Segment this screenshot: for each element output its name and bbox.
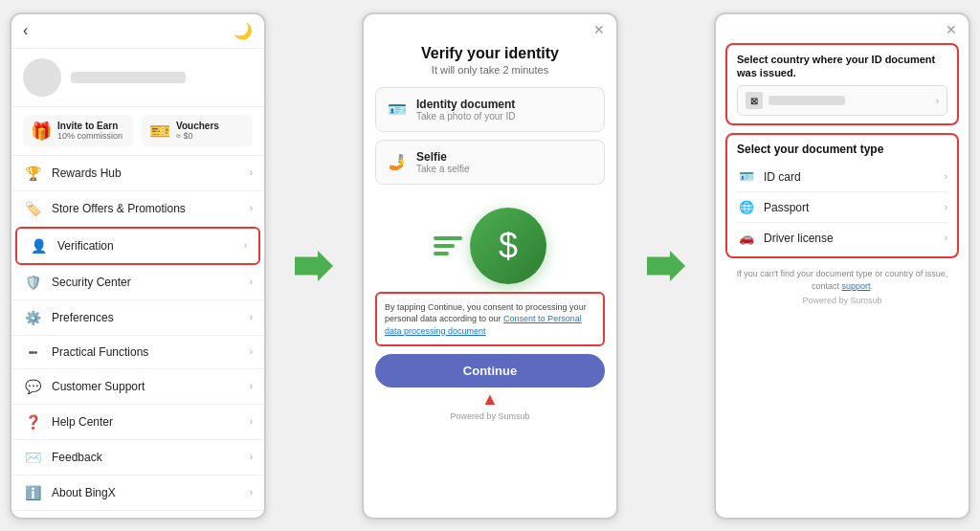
chevron-right-icon: › [945, 171, 947, 182]
doc-item-passport[interactable]: 🌐 Passport › [737, 192, 947, 223]
rewards-row: 🎁 Invite to Earn 10% commission 🎫 Vouche… [11, 107, 264, 156]
practical-functions-label: Practical Functions [52, 345, 250, 359]
chevron-icon: › [250, 381, 253, 391]
svg-marker-1 [647, 251, 685, 281]
consent-box: By tapping Continue, you consent to proc… [375, 292, 605, 347]
sidebar-item-help-center[interactable]: ❓ Help Center › [11, 405, 264, 440]
preferences-label: Preferences [52, 311, 250, 324]
flag-icon: ⊠ [746, 92, 763, 109]
close-button[interactable]: ✕ [364, 14, 616, 37]
speed-line-2 [434, 244, 455, 248]
panel-verify-identity: ✕ Verify your identity It will only take… [362, 12, 618, 520]
verify-subtitle: It will only take 2 minutes [364, 64, 616, 87]
chevron-icon: › [250, 277, 253, 287]
passport-label: Passport [764, 201, 945, 214]
red-arrow-indicator: ▲ [364, 389, 616, 409]
chevron-icon: › [250, 346, 253, 357]
profile-row [11, 49, 264, 107]
doctype-select-section: Select your document type 🪪 ID card › 🌐 … [725, 133, 959, 258]
sidebar-item-security-center[interactable]: 🛡️ Security Center › [11, 265, 264, 300]
doc-item-id-card[interactable]: 🪪 ID card › [737, 162, 947, 192]
support-link[interactable]: support [841, 281, 870, 291]
preferences-icon: ⚙️ [23, 310, 42, 325]
sidebar-item-verification[interactable]: 👤 Verification › [15, 227, 260, 265]
chevron-icon: › [250, 167, 253, 178]
sidebar-item-rewards-hub[interactable]: 🏆 Rewards Hub › [11, 156, 264, 191]
rewards-hub-label: Rewards Hub [52, 166, 250, 180]
id-doc-sub: Take a photo of your ID [416, 111, 515, 122]
avatar [23, 58, 61, 97]
panel-sidebar: ‹ 🌙 🎁 Invite to Earn 10% commission 🎫 Vo… [10, 12, 266, 520]
dollar-symbol: $ [499, 226, 518, 266]
sidebar-item-customer-support[interactable]: 💬 Customer Support › [11, 369, 264, 405]
store-offers-label: Store Offers & Promotions [52, 202, 250, 215]
driver-license-label: Driver license [764, 232, 945, 245]
country-section-title: Select country where your ID document wa… [737, 53, 947, 80]
back-button[interactable]: ‹ [23, 22, 28, 39]
speed-line-3 [434, 252, 449, 255]
invite-sub: 10% commission [57, 131, 122, 141]
chevron-icon: › [250, 452, 253, 462]
driver-license-icon: 🚗 [737, 231, 756, 245]
powered-by-sumsub: Powered by Sumsub [716, 296, 969, 311]
chevron-icon: › [250, 487, 253, 498]
support-icon: 💬 [23, 379, 42, 394]
arrow-1 [295, 249, 333, 283]
moon-icon[interactable]: 🌙 [234, 22, 253, 40]
customer-support-label: Customer Support [52, 380, 250, 393]
chevron-right-icon: › [945, 232, 947, 243]
sidebar-item-about[interactable]: ℹ️ About BingX › [11, 476, 264, 511]
chevron-right-icon: › [945, 202, 947, 212]
continue-button[interactable]: Continue [375, 354, 605, 387]
vouchers-card[interactable]: 🎫 Vouchers ≈ $0 [142, 115, 253, 147]
chevron-right-icon: › [936, 96, 939, 106]
dollar-circle: $ [470, 208, 546, 284]
panel-document-type: ✕ Select country where your ID document … [714, 12, 970, 520]
selfie-sub: Take a selfie [416, 164, 470, 174]
speed-line-1 [434, 236, 462, 240]
invite-icon: 🎁 [31, 121, 52, 142]
store-offers-icon: 🏷️ [23, 201, 42, 216]
vouchers-sub: ≈ $0 [176, 131, 219, 141]
selfie-icon: 🤳 [388, 153, 407, 171]
arrow-2 [647, 249, 685, 283]
country-select-control[interactable]: ⊠ › [737, 85, 947, 116]
voucher-icon: 🎫 [149, 121, 170, 142]
sidebar-item-feedback[interactable]: ✉️ Feedback › [11, 440, 264, 476]
id-card-icon: 🪪 [737, 169, 756, 184]
sidebar-item-practical-functions[interactable]: ••• Practical Functions › [11, 336, 264, 369]
footer-text: If you can't find your document type or … [725, 268, 959, 292]
sidebar-header: ‹ 🌙 [11, 14, 264, 49]
doctype-section-title: Select your document type [737, 143, 947, 156]
illustration: $ [364, 192, 616, 292]
close-button[interactable]: ✕ [716, 14, 969, 37]
chevron-icon: › [250, 416, 253, 427]
chevron-icon: › [250, 203, 253, 213]
profile-name-placeholder [71, 72, 186, 83]
verification-label: Verification [57, 239, 244, 253]
passport-icon: 🌐 [737, 200, 756, 214]
selfie-title: Selfie [416, 150, 470, 164]
powered-by-sumsub: Powered by Sumsub [364, 409, 616, 425]
selfie-option[interactable]: 🤳 Selfie Take a selfie [375, 140, 605, 185]
about-icon: ℹ️ [23, 485, 42, 500]
svg-marker-0 [295, 251, 333, 281]
feedback-icon: ✉️ [23, 450, 42, 465]
verify-title: Verify your identity [364, 37, 616, 64]
chevron-icon: › [244, 240, 247, 251]
speed-lines [434, 236, 462, 255]
feedback-label: Feedback [52, 451, 250, 464]
security-center-label: Security Center [52, 276, 250, 289]
sidebar-item-preferences[interactable]: ⚙️ Preferences › [11, 300, 264, 336]
doc-item-driver-license[interactable]: 🚗 Driver license › [737, 223, 947, 253]
invite-earn-card[interactable]: 🎁 Invite to Earn 10% commission [23, 115, 134, 147]
chevron-icon: › [250, 312, 253, 322]
country-value [768, 96, 845, 105]
vouchers-label: Vouchers [176, 121, 219, 131]
identity-document-option[interactable]: 🪪 Identity document Take a photo of your… [375, 87, 605, 132]
id-doc-title: Identity document [416, 98, 515, 111]
sidebar-item-store-offers[interactable]: 🏷️ Store Offers & Promotions › [11, 191, 264, 227]
about-label: About BingX [52, 486, 250, 499]
verification-icon: 👤 [29, 238, 48, 254]
invite-label: Invite to Earn [57, 121, 122, 131]
